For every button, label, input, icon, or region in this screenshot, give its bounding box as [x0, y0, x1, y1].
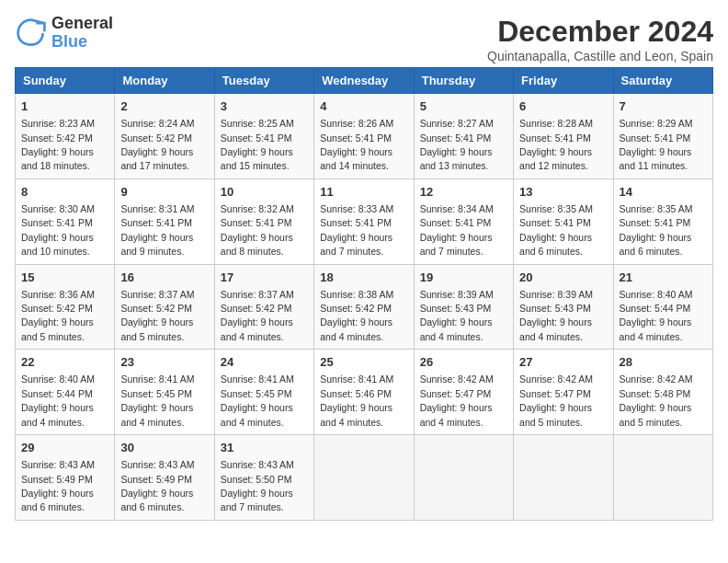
table-row: 31Sunrise: 8:43 AMSunset: 5:50 PMDayligh… [214, 435, 313, 521]
logo: General Blue [15, 15, 113, 52]
table-row: 22Sunrise: 8:40 AMSunset: 5:44 PMDayligh… [16, 350, 115, 435]
page-header: General Blue December 2024 Quintanapalla… [15, 15, 713, 63]
col-wednesday: Wednesday [314, 68, 414, 94]
table-row: 5Sunrise: 8:27 AMSunset: 5:41 PMDaylight… [414, 94, 513, 179]
table-row: 14Sunrise: 8:35 AMSunset: 5:41 PMDayligh… [613, 178, 712, 264]
col-monday: Monday [115, 68, 214, 94]
title-block: December 2024 Quintanapalla, Castille an… [487, 15, 713, 63]
calendar-row: 15Sunrise: 8:36 AMSunset: 5:42 PMDayligh… [16, 264, 713, 350]
table-row [314, 435, 414, 521]
table-row: 13Sunrise: 8:35 AMSunset: 5:41 PMDayligh… [514, 178, 613, 264]
table-row: 15Sunrise: 8:36 AMSunset: 5:42 PMDayligh… [16, 264, 115, 350]
col-sunday: Sunday [16, 68, 115, 94]
table-row: 17Sunrise: 8:37 AMSunset: 5:42 PMDayligh… [214, 264, 313, 350]
table-row: 9Sunrise: 8:31 AMSunset: 5:41 PMDaylight… [115, 178, 214, 264]
table-row: 27Sunrise: 8:42 AMSunset: 5:47 PMDayligh… [514, 350, 613, 435]
table-row: 20Sunrise: 8:39 AMSunset: 5:43 PMDayligh… [514, 264, 613, 350]
table-row: 1Sunrise: 8:23 AMSunset: 5:42 PMDaylight… [16, 94, 115, 179]
col-thursday: Thursday [414, 68, 513, 94]
logo-icon [15, 17, 48, 50]
table-row: 11Sunrise: 8:33 AMSunset: 5:41 PMDayligh… [314, 178, 414, 264]
col-saturday: Saturday [613, 68, 712, 94]
table-row [613, 435, 712, 521]
table-row: 12Sunrise: 8:34 AMSunset: 5:41 PMDayligh… [414, 178, 513, 264]
calendar-table: Sunday Monday Tuesday Wednesday Thursday… [15, 67, 713, 521]
table-row: 21Sunrise: 8:40 AMSunset: 5:44 PMDayligh… [613, 264, 712, 350]
table-row: 30Sunrise: 8:43 AMSunset: 5:49 PMDayligh… [115, 435, 214, 521]
month-title: December 2024 [487, 15, 713, 49]
logo-line2: Blue [51, 33, 113, 52]
table-row: 8Sunrise: 8:30 AMSunset: 5:41 PMDaylight… [16, 178, 115, 264]
col-friday: Friday [514, 68, 613, 94]
table-row: 4Sunrise: 8:26 AMSunset: 5:41 PMDaylight… [314, 94, 414, 179]
table-row: 24Sunrise: 8:41 AMSunset: 5:45 PMDayligh… [214, 350, 313, 435]
table-row: 28Sunrise: 8:42 AMSunset: 5:48 PMDayligh… [613, 350, 712, 435]
table-row: 10Sunrise: 8:32 AMSunset: 5:41 PMDayligh… [214, 178, 313, 264]
table-row: 26Sunrise: 8:42 AMSunset: 5:47 PMDayligh… [414, 350, 513, 435]
table-row [514, 435, 613, 521]
logo-line1: General [51, 15, 113, 33]
table-row: 29Sunrise: 8:43 AMSunset: 5:49 PMDayligh… [16, 435, 115, 521]
logo-text: General Blue [51, 15, 113, 52]
table-row [414, 435, 513, 521]
table-row: 25Sunrise: 8:41 AMSunset: 5:46 PMDayligh… [314, 350, 414, 435]
calendar-row: 1Sunrise: 8:23 AMSunset: 5:42 PMDaylight… [16, 94, 713, 179]
calendar-header-row: Sunday Monday Tuesday Wednesday Thursday… [16, 68, 713, 94]
table-row: 19Sunrise: 8:39 AMSunset: 5:43 PMDayligh… [414, 264, 513, 350]
table-row: 16Sunrise: 8:37 AMSunset: 5:42 PMDayligh… [115, 264, 214, 350]
col-tuesday: Tuesday [214, 68, 313, 94]
table-row: 7Sunrise: 8:29 AMSunset: 5:41 PMDaylight… [613, 94, 712, 179]
calendar-row: 29Sunrise: 8:43 AMSunset: 5:49 PMDayligh… [16, 435, 713, 521]
calendar-row: 22Sunrise: 8:40 AMSunset: 5:44 PMDayligh… [16, 350, 713, 435]
table-row: 18Sunrise: 8:38 AMSunset: 5:42 PMDayligh… [314, 264, 414, 350]
table-row: 6Sunrise: 8:28 AMSunset: 5:41 PMDaylight… [514, 94, 613, 179]
table-row: 2Sunrise: 8:24 AMSunset: 5:42 PMDaylight… [115, 94, 214, 179]
table-row: 3Sunrise: 8:25 AMSunset: 5:41 PMDaylight… [214, 94, 313, 179]
table-row: 23Sunrise: 8:41 AMSunset: 5:45 PMDayligh… [115, 350, 214, 435]
location-subtitle: Quintanapalla, Castille and Leon, Spain [487, 49, 713, 63]
calendar-row: 8Sunrise: 8:30 AMSunset: 5:41 PMDaylight… [16, 178, 713, 264]
